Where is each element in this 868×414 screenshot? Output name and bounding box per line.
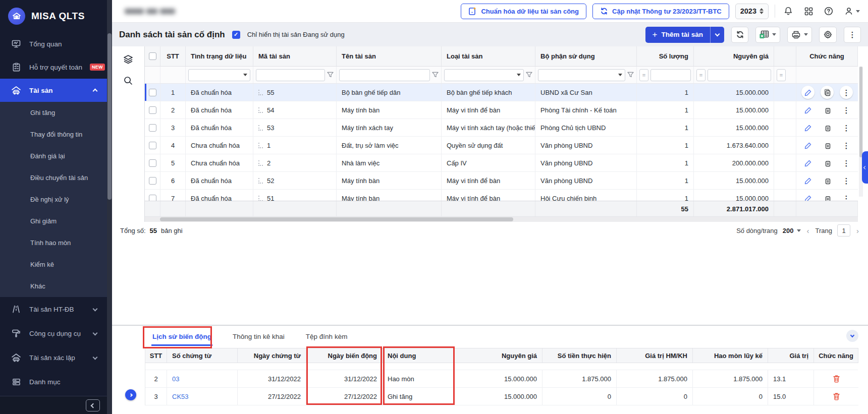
edit-button[interactable] [801,174,815,187]
submenu-item-thay-doi-thong-tin[interactable]: Thay đổi thông tin [0,124,107,145]
help-button[interactable] [822,4,836,18]
equals-operator[interactable]: = [696,69,706,81]
sidebar-item-ho-tro-quyet-toan[interactable]: Hỗ trợ quyết toán NEW [0,55,107,79]
delete-button[interactable] [833,392,840,400]
filter-name-input[interactable] [339,69,430,81]
submenu-item-ghi-giam[interactable]: Ghi giảm [0,210,107,232]
col-code[interactable]: Mã tài sản [253,46,337,66]
prev-page-button[interactable]: ‹ [806,226,810,235]
row-checkbox[interactable] [145,84,160,101]
year-stepper-icon[interactable] [760,8,764,14]
edit-button[interactable] [801,139,815,152]
submenu-item-dieu-chuyen-tai-san[interactable]: Điều chuyển tài sản [0,167,107,189]
table-row[interactable]: 6 Đã chuẩn hóa 52 Máy tính bàn Máy vi tí… [145,172,858,190]
sidebar-item-cong-cu-dung-cu[interactable]: Công cụ dụng cụ [0,321,107,345]
history-row[interactable]: 3 CK53 27/12/2022 27/12/2022 Ghi tăng 15… [145,388,858,405]
side-panel-handle[interactable] [862,151,868,184]
app-logo[interactable]: MISA QLTS [0,0,107,32]
row-menu-button[interactable]: ⋮ [840,121,853,134]
add-asset-dropdown[interactable] [710,27,724,43]
row-menu-button[interactable]: ⋮ [840,103,853,116]
history-row[interactable]: 2 03 31/12/2022 31/12/2022 Hao mòn 15.00… [145,370,858,388]
table-row[interactable]: 2 Đã chuẩn hóa 54 Máy tính bàn Máy vi tí… [145,101,858,119]
funnel-icon[interactable] [327,72,334,78]
filter-dept-select[interactable] [538,69,625,81]
submenu-item-kiem-ke[interactable]: Kiểm kê [0,254,107,275]
delete-button[interactable] [833,375,840,383]
edit-button[interactable] [801,156,815,169]
table-row[interactable]: 4 Chưa chuẩn hóa 1 Đất, trụ sở làm việc … [145,137,858,154]
filter-qty-input[interactable] [650,69,691,81]
sidebar-scrollbar[interactable] [107,0,112,414]
account-menu-button[interactable] [842,4,862,18]
col-qty[interactable]: Số lượng [637,46,694,66]
row-menu-button[interactable]: ⋮ [840,156,853,169]
row-menu-button[interactable]: ⋮ [840,139,853,152]
update-circular-button[interactable]: Cập nhật Thông tư 23/2023/TT-BTC [592,4,729,19]
document-link[interactable]: CK53 [172,393,189,400]
edit-button[interactable] [801,86,815,99]
sidebar-item-danh-muc[interactable]: Danh mục [0,370,107,394]
duplicate-button[interactable] [821,86,834,99]
submenu-item-ghi-tang[interactable]: Ghi tăng [0,102,107,124]
edit-button[interactable] [801,103,815,116]
equals-operator[interactable]: = [639,69,648,81]
row-checkbox[interactable] [145,137,160,154]
only-in-use-checkbox[interactable]: ✓ [232,31,240,39]
col-type[interactable]: Loại tài sản [442,46,535,66]
row-menu-button[interactable]: ⋮ [840,86,853,99]
refresh-button[interactable] [731,27,748,43]
col-dept[interactable]: Bộ phận sử dụng [535,46,637,66]
print-button[interactable] [787,27,812,43]
filter-cost-input[interactable] [708,69,771,81]
page-number-input[interactable]: 1 [837,224,850,236]
row-checkbox[interactable] [145,154,160,171]
col-name[interactable]: Tên tài sản [337,46,442,66]
submenu-item-de-nghi-xu-ly[interactable]: Đề nghị xử lý [0,189,107,210]
grid-search-button[interactable] [121,74,135,88]
filter-type-select[interactable] [444,69,524,81]
duplicate-button[interactable] [821,121,834,134]
submenu-item-tinh-hao-mon[interactable]: Tính hao mòn [0,232,107,254]
equals-operator[interactable]: = [777,69,786,81]
sidebar-item-tai-san-xac-lap[interactable]: Tài sản xác lập [0,345,107,370]
row-checkbox[interactable] [145,190,160,201]
filter-status-select[interactable] [188,69,250,81]
row-menu-button[interactable]: ⋮ [840,192,853,201]
horizontal-scrollbar[interactable] [145,217,858,222]
duplicate-button[interactable] [821,103,834,116]
year-select[interactable]: 2023 [735,4,769,19]
next-page-button[interactable]: › [855,226,860,235]
duplicate-button[interactable] [821,192,834,201]
table-row[interactable]: 5 Chưa chuẩn hóa 2 Nhà làm việc Cấp IV V… [145,154,858,172]
tab-lich-su-bien-dong[interactable]: Lịch sử biến động [151,327,212,346]
col-stt[interactable]: STT [160,46,186,66]
col-extra[interactable] [774,46,796,66]
normalize-data-button[interactable]: Chuẩn hóa dữ liệu tài sản công [461,4,586,19]
tab-thong-tin-ke-khai[interactable]: Thông tin kê khai [232,327,286,346]
notifications-button[interactable] [781,4,795,18]
table-row[interactable]: 1 Đã chuẩn hóa 55 Bộ bàn ghế tiếp dân Bộ… [145,84,858,101]
row-menu-button[interactable]: ⋮ [840,174,853,187]
tab-tep-dinh-kem[interactable]: Tệp đính kèm [305,327,349,346]
sidebar-item-tai-san-ht-db[interactable]: Tài sản HT-ĐB [0,297,107,321]
add-asset-button[interactable]: +Thêm tài sản [645,27,724,43]
edit-button[interactable] [801,121,815,134]
col-status[interactable]: Tình trạng dữ liệu [186,46,253,66]
row-checkbox[interactable] [145,101,160,119]
export-excel-button[interactable] [755,27,780,43]
submenu-item-danh-gia-lai[interactable]: Đánh giá lại [0,145,107,167]
sidebar-item-tong-quan[interactable]: Tổng quan [0,32,107,55]
filter-code-input[interactable] [256,69,325,81]
duplicate-button[interactable] [821,156,834,169]
document-link[interactable]: 03 [172,375,179,383]
more-options-button[interactable]: ⋮ [844,27,861,43]
edit-button[interactable] [801,192,815,201]
layout-layers-button[interactable] [121,52,135,67]
funnel-icon[interactable] [627,72,634,78]
duplicate-button[interactable] [821,139,834,152]
select-all-checkbox[interactable] [145,46,160,66]
table-row[interactable]: 3 Đã chuẩn hóa 53 Máy tính xách tay Máy … [145,119,858,137]
apps-button[interactable] [801,4,816,18]
detail-collapse-button[interactable] [846,330,858,342]
